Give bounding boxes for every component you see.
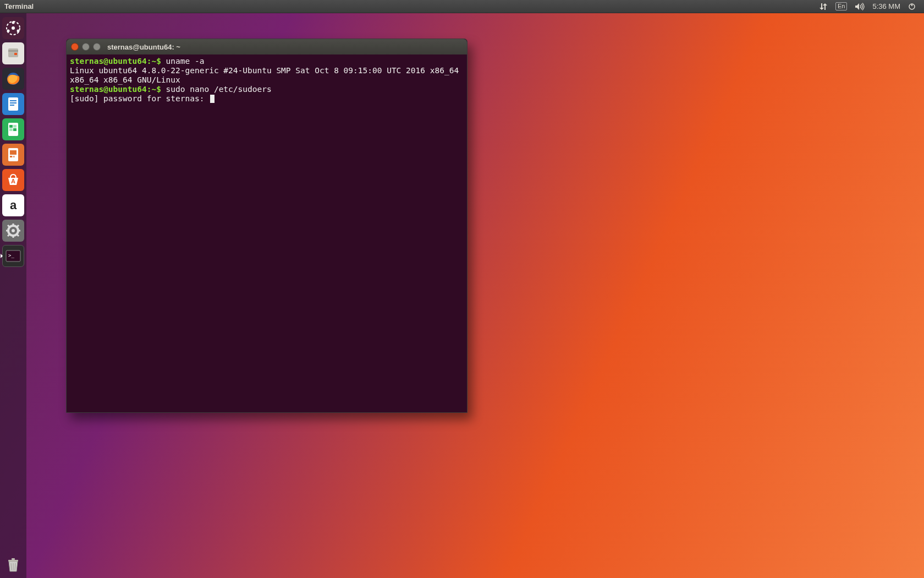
top-panel: Terminal En 5:36 MM — [0, 0, 924, 13]
svg-rect-22 — [13, 156, 15, 157]
svg-text:A: A — [11, 178, 15, 184]
svg-rect-7 — [8, 50, 18, 52]
svg-rect-17 — [9, 128, 13, 131]
svg-rect-18 — [13, 128, 16, 131]
launcher-files-icon[interactable] — [2, 42, 24, 64]
svg-rect-10 — [8, 97, 18, 111]
sound-indicator-icon[interactable] — [851, 0, 868, 13]
svg-rect-21 — [10, 156, 12, 157]
svg-point-3 — [12, 21, 15, 24]
svg-line-30 — [8, 225, 9, 227]
launcher-firefox-icon[interactable] — [2, 68, 24, 90]
launcher-software-icon[interactable]: A — [2, 169, 24, 191]
launcher: A a >_ — [0, 13, 26, 578]
svg-text:>_: >_ — [8, 253, 14, 258]
svg-point-5 — [7, 30, 10, 32]
terminal-window: sternas@ubuntu64: ~ sternas@ubuntu64:~$ … — [66, 39, 468, 413]
window-titlebar[interactable]: sternas@ubuntu64: ~ — [67, 39, 467, 54]
clock[interactable]: 5:36 MM — [868, 0, 904, 13]
session-indicator-icon[interactable] — [904, 0, 920, 13]
svg-rect-16 — [13, 125, 16, 128]
svg-rect-11 — [10, 100, 16, 101]
svg-rect-12 — [10, 102, 16, 103]
svg-rect-20 — [10, 150, 16, 155]
launcher-settings-icon[interactable] — [2, 220, 24, 242]
active-app-name: Terminal — [4, 2, 34, 10]
terminal-body[interactable]: sternas@ubuntu64:~$ uname -aLinux ubuntu… — [67, 54, 467, 412]
svg-line-33 — [8, 235, 9, 236]
window-minimize-button[interactable] — [82, 43, 90, 51]
svg-line-32 — [17, 225, 19, 227]
svg-point-4 — [17, 30, 20, 32]
window-title: sternas@ubuntu64: ~ — [107, 43, 180, 51]
network-indicator-icon[interactable] — [815, 0, 832, 13]
window-close-button[interactable] — [71, 43, 79, 51]
launcher-terminal-icon[interactable]: >_ — [2, 245, 24, 267]
keyboard-indicator[interactable]: En — [832, 0, 851, 13]
launcher-impress-icon[interactable] — [2, 144, 24, 166]
svg-rect-15 — [9, 125, 13, 128]
svg-point-25 — [12, 229, 15, 232]
svg-point-2 — [12, 26, 15, 30]
launcher-amazon-icon[interactable]: a — [2, 194, 24, 216]
launcher-trash-icon[interactable] — [2, 554, 24, 576]
svg-line-31 — [17, 235, 19, 236]
launcher-writer-icon[interactable] — [2, 93, 24, 115]
svg-rect-37 — [12, 558, 15, 560]
launcher-calc-icon[interactable] — [2, 118, 24, 140]
svg-rect-13 — [10, 105, 14, 106]
window-maximize-button[interactable] — [93, 43, 101, 51]
svg-rect-8 — [14, 53, 17, 55]
launcher-dash-icon[interactable] — [2, 17, 24, 39]
svg-rect-36 — [8, 560, 18, 561]
